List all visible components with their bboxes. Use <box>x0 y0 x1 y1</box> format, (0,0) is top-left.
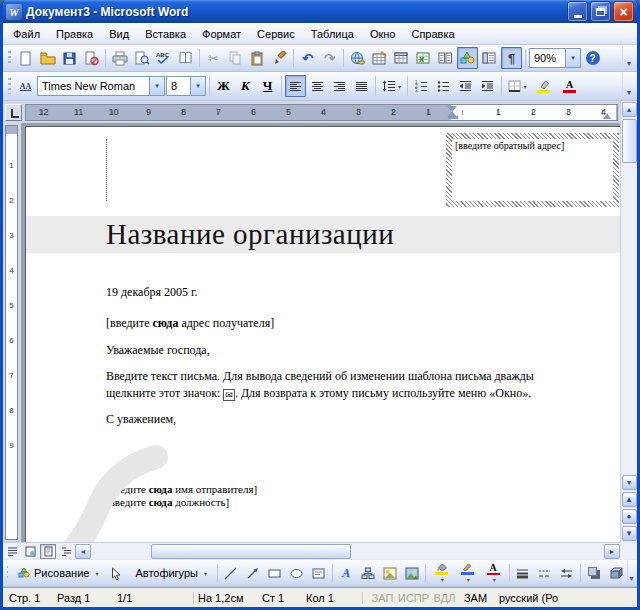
scroll-up-button[interactable]: ▲ <box>622 102 637 117</box>
paste-button[interactable] <box>247 47 268 69</box>
styles-and-formatting-button[interactable]: АА <box>15 75 36 97</box>
clip-art-button[interactable] <box>379 562 400 584</box>
menu-item[interactable]: Файл <box>5 23 48 44</box>
print-preview-button[interactable] <box>131 47 152 69</box>
underline-button[interactable]: Ч <box>257 75 278 97</box>
minimize-button[interactable] <box>567 1 588 22</box>
menu-item[interactable]: Справка <box>403 23 462 44</box>
record-macro-indicator[interactable]: ЗАП <box>367 592 398 604</box>
menu-item[interactable]: Таблица <box>303 23 362 44</box>
autoshapes-button[interactable]: Автофигуры▾ <box>128 562 214 584</box>
font-color-button[interactable]: А▾ <box>481 562 506 584</box>
drawing-menu-button[interactable]: Рисование▾ <box>11 562 105 584</box>
tables-and-borders-button[interactable] <box>369 47 390 69</box>
insert-excel-button[interactable]: X <box>413 47 434 69</box>
browse-previous-button[interactable]: ▲ <box>622 492 637 507</box>
outline-view-button[interactable] <box>58 544 74 559</box>
help-button[interactable]: ? <box>582 47 603 69</box>
word-app-icon[interactable]: W <box>6 4 22 20</box>
closing-line[interactable]: С уважением, <box>106 412 176 427</box>
date-line[interactable]: 19 декабря 2005 г. <box>106 285 198 300</box>
increase-indent-button[interactable] <box>477 75 498 97</box>
insert-table-button[interactable] <box>391 47 412 69</box>
fill-color-button[interactable]: ▾ <box>429 562 454 584</box>
vertical-scroll-thumb[interactable] <box>622 119 637 163</box>
font-size-dropdown-arrow[interactable]: ▼ <box>190 77 205 95</box>
rectangle-button[interactable] <box>264 562 285 584</box>
columns-button[interactable] <box>435 47 456 69</box>
line-button[interactable] <box>220 562 241 584</box>
restore-button[interactable] <box>590 1 611 22</box>
align-center-button[interactable] <box>307 75 328 97</box>
diagram-button[interactable] <box>357 562 378 584</box>
select-objects-button[interactable] <box>106 562 127 584</box>
line-spacing-button[interactable]: ▾ <box>379 75 404 97</box>
menu-item[interactable]: Правка <box>48 23 101 44</box>
horizontal-scrollbar[interactable]: ◄ ► <box>3 542 620 559</box>
font-name-combobox[interactable]: Times New Roman ▼ <box>37 76 165 96</box>
toolbar-grip[interactable] <box>7 49 12 67</box>
shadow-style-button[interactable] <box>583 562 604 584</box>
line-color-button[interactable]: ▾ <box>455 562 480 584</box>
research-button[interactable] <box>175 47 196 69</box>
left-indent-marker[interactable] <box>448 116 458 119</box>
borders-button[interactable]: ▾ <box>505 75 530 97</box>
print-layout-view-button[interactable] <box>40 544 56 559</box>
zoom-combobox[interactable]: 90% ▼ <box>529 48 581 68</box>
arrow-style-button[interactable] <box>556 562 577 584</box>
menu-item[interactable]: Формат <box>194 23 249 44</box>
align-left-button[interactable] <box>285 75 306 97</box>
right-indent-marker[interactable] <box>603 109 611 119</box>
arrow-button[interactable] <box>242 562 263 584</box>
browse-next-button[interactable]: ▼ <box>622 526 637 541</box>
dash-style-button[interactable] <box>534 562 555 584</box>
3d-style-button[interactable] <box>605 562 626 584</box>
numbering-button[interactable]: 1.2.3. <box>411 75 432 97</box>
redo-button[interactable]: ↷ <box>319 47 340 69</box>
scroll-down-button[interactable]: ▼ <box>622 475 637 490</box>
scroll-right-button[interactable]: ► <box>604 544 620 559</box>
horizontal-scroll-thumb[interactable] <box>151 544 351 559</box>
role-placeholder-line[interactable]: [введите сюда должность] <box>106 496 229 508</box>
print-button[interactable] <box>109 47 130 69</box>
salutation-line[interactable]: Уважаемые господа, <box>106 343 210 358</box>
toolbar-options-button[interactable]: ▼ <box>622 73 635 99</box>
font-dropdown-arrow[interactable]: ▼ <box>149 77 164 95</box>
show-hide-button[interactable]: ¶ <box>501 47 522 69</box>
copy-button[interactable] <box>225 47 246 69</box>
cut-button[interactable]: ✂ <box>203 47 224 69</box>
tab-selector-button[interactable] <box>5 104 22 121</box>
body-text-line-2[interactable]: щелкните этот значок: ✉. Для возврата к … <box>106 386 531 401</box>
highlight-button[interactable] <box>531 75 556 97</box>
spelling-button[interactable]: ABC <box>153 47 174 69</box>
recipient-placeholder-line[interactable]: [введите сюда адрес получателя] <box>106 316 274 331</box>
line-style-button[interactable] <box>512 562 533 584</box>
menu-item[interactable]: Вставка <box>137 23 194 44</box>
toolbar-grip[interactable] <box>7 564 8 582</box>
organization-name-text[interactable]: Название организации <box>106 218 394 251</box>
italic-button[interactable]: К <box>235 75 256 97</box>
return-address-placeholder[interactable]: [введите обратный адрес] <box>455 140 564 151</box>
align-right-button[interactable] <box>329 75 350 97</box>
insert-picture-button[interactable] <box>401 562 422 584</box>
font-size-combobox[interactable]: 8 ▼ <box>166 76 206 96</box>
toolbar-grip[interactable] <box>7 76 12 96</box>
bullets-button[interactable] <box>433 75 454 97</box>
horizontal-scroll-track[interactable] <box>91 544 604 559</box>
vertical-scrollbar[interactable]: ▲ ▼ ▲ ● ▼ <box>620 101 637 542</box>
envelope-icon[interactable]: ✉ <box>223 389 235 401</box>
track-changes-indicator[interactable]: ИСПР <box>398 592 429 604</box>
font-color-button[interactable]: А <box>557 75 582 97</box>
scroll-left-button[interactable]: ◄ <box>75 544 91 559</box>
new-document-button[interactable] <box>15 47 36 69</box>
vertical-ruler[interactable]: 123456789 <box>3 123 21 542</box>
web-layout-view-button[interactable] <box>22 544 38 559</box>
status-language[interactable]: русский (Ро <box>499 592 558 604</box>
sender-placeholder-line[interactable]: [введите сюда имя отправителя] <box>106 483 257 495</box>
permission-button[interactable] <box>81 47 102 69</box>
bold-button[interactable]: Ж <box>213 75 234 97</box>
text-box-button[interactable] <box>308 562 329 584</box>
open-button[interactable] <box>37 47 58 69</box>
extend-selection-indicator[interactable]: ВДЛ <box>429 592 460 604</box>
justify-button[interactable] <box>351 75 372 97</box>
